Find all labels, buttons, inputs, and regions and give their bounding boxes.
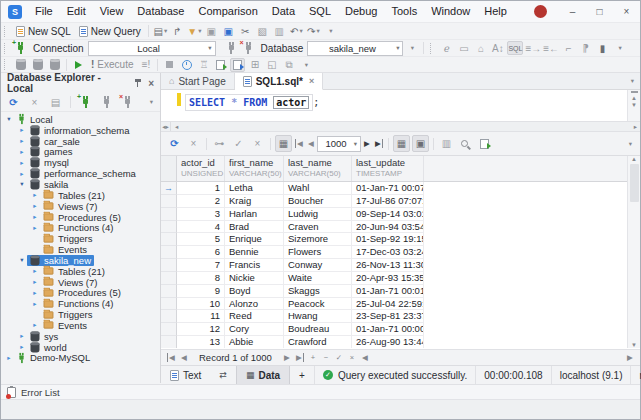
expand-icon[interactable]: ▸ [30, 321, 40, 329]
sql-editor[interactable]: SELECT*FROMactor; ▲ ▼ [161, 90, 640, 121]
cell-actor_id[interactable]: 12 [177, 323, 225, 336]
scroll-up-icon[interactable]: ▲ [631, 95, 637, 101]
scrollbar-thumb[interactable] [630, 164, 639, 202]
cell-last_name[interactable]: Craven [284, 221, 352, 234]
tree-item-content[interactable]: car_sale [27, 136, 83, 147]
expand-icon[interactable]: ▸ [30, 278, 40, 286]
cell-last_update[interactable]: 01-Jan-71 00:07:13 [352, 182, 424, 195]
cell-actor_id[interactable]: 5 [177, 233, 225, 246]
next-page-icon[interactable]: ▶ [361, 139, 373, 148]
pin-icon[interactable] [134, 78, 142, 88]
cell-actor_id[interactable]: 2 [177, 195, 225, 208]
expand-icon[interactable]: ▸ [30, 267, 40, 275]
column-header-last_name[interactable]: last_nameVARCHAR(50) [284, 156, 352, 181]
database-select[interactable]: sakila_new ▾ [307, 41, 403, 56]
tree-item-sakila-new[interactable]: ▾sakila_new [1, 255, 160, 266]
lowercase-icon[interactable]: ⁋ [578, 41, 593, 55]
database-edit-icon[interactable] [47, 58, 62, 72]
page-size-select[interactable]: 1000 ▾ [317, 136, 361, 152]
export-data-icon[interactable] [476, 135, 493, 152]
scroll-down-icon[interactable]: ▼ [631, 102, 637, 108]
paging-mode-icon[interactable]: ▦ [275, 135, 292, 152]
new-query-button[interactable]: New Query [75, 24, 145, 39]
discard-changes-icon[interactable]: × [249, 135, 266, 152]
cell-first_name[interactable]: Abbie [225, 336, 284, 348]
cell-first_name[interactable]: Brad [225, 221, 284, 234]
tree-item-triggers[interactable]: Triggers [1, 309, 160, 320]
cell-last_name[interactable]: Sizemore [284, 233, 352, 246]
disconnect-icon[interactable]: × [241, 41, 256, 55]
table-row[interactable]: 2KraigBoucher17-Jul-86 07:07:41 [161, 195, 627, 208]
cell-first_name[interactable]: Harlan [225, 208, 284, 221]
full-screen-icon[interactable]: ◱ [264, 58, 279, 72]
grid-vertical-scrollbar[interactable]: ▲ ▼ [627, 156, 640, 348]
cell-last_name[interactable]: Hwang [284, 310, 352, 323]
cell-last_name[interactable]: Conway [284, 259, 352, 272]
database-select-overflow-icon[interactable]: ▾ [404, 41, 419, 55]
cell-last_update[interactable]: 17-Dec-03 03:24:03 [352, 246, 424, 259]
feedback-icon[interactable]: ♖ [196, 58, 211, 72]
tree-item-content[interactable]: world [27, 342, 70, 353]
row-selector[interactable] [161, 221, 177, 234]
cell-actor_id[interactable]: 3 [177, 208, 225, 221]
menu-database[interactable]: Database [130, 1, 191, 22]
tree-item-content[interactable]: Triggers [40, 233, 96, 244]
column-header-first_name[interactable]: first_nameVARCHAR(50) [225, 156, 284, 181]
tree-item-content[interactable]: Procedures (5) [40, 288, 124, 299]
copy-icon[interactable]: ▧ [255, 24, 270, 38]
expand-icon[interactable]: ▸ [4, 354, 14, 362]
tab-sql1[interactable]: SQL1.sql* × [235, 73, 324, 90]
comment-icon[interactable]: ℯ [439, 41, 454, 55]
save-icon[interactable]: ▣ [204, 24, 219, 38]
tree-item-procedures-5-[interactable]: ▸Procedures (5) [1, 212, 160, 223]
refresh-icon[interactable]: ⟳ [5, 95, 22, 109]
tree-item-content[interactable]: information_schema [27, 125, 133, 136]
close-button[interactable]: × [613, 1, 640, 22]
toolbar3-overflow-icon[interactable]: ▾ [298, 58, 313, 72]
previous-page-icon[interactable]: ◀ [305, 139, 317, 148]
expand-icon[interactable]: ▸ [30, 300, 40, 308]
connect-icon[interactable] [224, 41, 239, 55]
cell-actor_id[interactable]: 8 [177, 272, 225, 285]
splitter-grip-icon[interactable]: ◂▸ [161, 122, 171, 131]
row-selector[interactable] [161, 272, 177, 285]
swap-panes-button[interactable]: ⇄ [210, 366, 236, 384]
tree-item-demo-mysql[interactable]: ▸Demo-MySQL [1, 353, 160, 364]
tree-item-events[interactable]: Events [1, 244, 160, 255]
sql-format-icon[interactable]: SQL [507, 41, 523, 55]
tree-item-local[interactable]: ▾Local [1, 114, 160, 125]
execute-to-file-icon[interactable]: ≡! [138, 58, 153, 72]
new-connection-icon[interactable]: + [77, 95, 94, 109]
tree-item-content[interactable]: Tables (21) [40, 190, 108, 201]
grid-scroll-right-icon[interactable]: ▶ [624, 353, 636, 362]
cell-actor_id[interactable]: 7 [177, 259, 225, 272]
cell-actor_id[interactable]: 6 [177, 246, 225, 259]
cell-last_update[interactable]: 20-Apr-93 15:35:33 [352, 272, 424, 285]
expand-icon[interactable]: ▸ [30, 213, 40, 221]
tree-item-events[interactable]: ▸Events [1, 320, 160, 331]
toolbar-grip[interactable] [4, 43, 8, 54]
row-selector-header[interactable] [161, 156, 177, 181]
cell-first_name[interactable]: Francis [225, 259, 284, 272]
history-icon[interactable] [179, 58, 194, 72]
stop-icon[interactable] [162, 58, 177, 72]
column-visibility-icon[interactable]: ▥ [438, 135, 455, 152]
add-result-tab-button[interactable]: + [290, 366, 314, 384]
cell-actor_id[interactable]: 9 [177, 285, 225, 298]
toolbar-grip[interactable] [430, 43, 434, 54]
refresh-results-icon[interactable]: ⟳ [166, 135, 183, 152]
collapse-icon[interactable]: ▾ [17, 256, 27, 264]
explorer-toolbar-overflow-icon[interactable]: ▾ [150, 98, 157, 106]
card-view-icon[interactable]: ▣ [412, 135, 429, 152]
tree-item-content[interactable]: games [27, 147, 76, 158]
tree-item-sakila[interactable]: ▾sakila [1, 179, 160, 190]
cell-last_update[interactable]: 01-Jan-71 00:00:05 [352, 323, 424, 336]
cell-last_update[interactable]: 26-Aug-90 13:44:22 [352, 336, 424, 348]
cut-icon[interactable]: ✂ [238, 24, 253, 38]
cell-last_name[interactable]: Skaggs [284, 285, 352, 298]
tree-item-car-sale[interactable]: ▸car_sale [1, 136, 160, 147]
menu-tools[interactable]: Tools [384, 1, 424, 22]
results-toolbar-overflow-icon[interactable]: ▾ [629, 140, 636, 148]
tree-item-content[interactable]: Events [40, 244, 90, 255]
undo-icon[interactable]: ↶▾ [289, 24, 304, 38]
